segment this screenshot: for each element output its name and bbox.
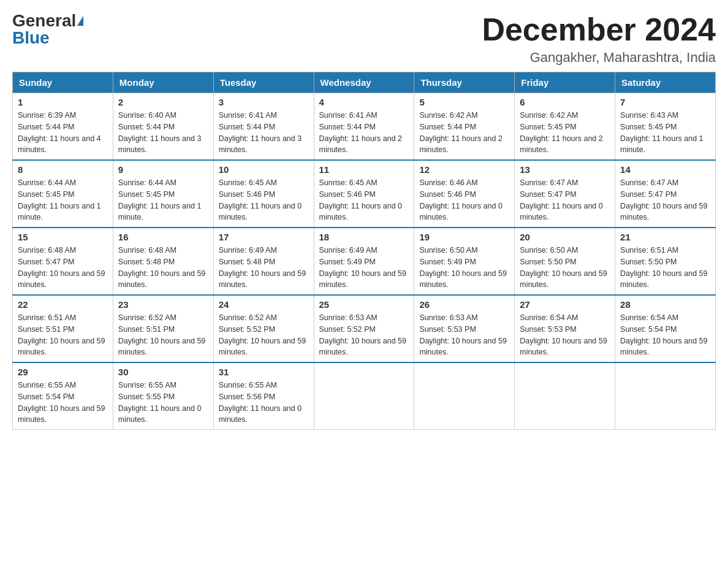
day-info: Sunrise: 6:49 AMSunset: 5:49 PMDaylight:… [319,246,406,289]
table-row: 12 Sunrise: 6:46 AMSunset: 5:46 PMDaylig… [414,160,515,228]
table-row: 11 Sunrise: 6:45 AMSunset: 5:46 PMDaylig… [314,160,414,228]
table-row [314,362,414,430]
table-row: 10 Sunrise: 6:45 AMSunset: 5:46 PMDaylig… [213,160,314,228]
day-info: Sunrise: 6:50 AMSunset: 5:49 PMDaylight:… [419,246,506,289]
day-number: 1 [18,97,108,107]
day-info: Sunrise: 6:48 AMSunset: 5:47 PMDaylight:… [18,246,105,289]
table-row: 25 Sunrise: 6:53 AMSunset: 5:52 PMDaylig… [314,295,414,362]
day-number: 23 [118,299,208,310]
table-row: 6 Sunrise: 6:42 AMSunset: 5:45 PMDayligh… [515,93,615,161]
day-info: Sunrise: 6:46 AMSunset: 5:46 PMDaylight:… [419,178,502,221]
table-row: 17 Sunrise: 6:49 AMSunset: 5:48 PMDaylig… [213,228,314,295]
day-info: Sunrise: 6:53 AMSunset: 5:52 PMDaylight:… [319,313,406,356]
col-monday: Monday [113,72,213,93]
table-row: 20 Sunrise: 6:50 AMSunset: 5:50 PMDaylig… [515,228,615,295]
calendar-table: Sunday Monday Tuesday Wednesday Thursday… [12,72,716,430]
table-row: 31 Sunrise: 6:55 AMSunset: 5:56 PMDaylig… [213,362,314,430]
table-row: 19 Sunrise: 6:50 AMSunset: 5:49 PMDaylig… [414,228,515,295]
table-row: 4 Sunrise: 6:41 AMSunset: 5:44 PMDayligh… [314,93,414,161]
day-info: Sunrise: 6:54 AMSunset: 5:53 PMDaylight:… [520,313,607,356]
day-number: 20 [520,232,610,242]
day-number: 15 [18,232,108,242]
day-number: 29 [18,367,108,377]
page-header: General Blue December 2024 Gangakher, Ma… [12,12,716,66]
table-row: 5 Sunrise: 6:42 AMSunset: 5:44 PMDayligh… [414,93,515,161]
day-info: Sunrise: 6:49 AMSunset: 5:48 PMDaylight:… [219,246,306,289]
day-info: Sunrise: 6:52 AMSunset: 5:51 PMDaylight:… [118,313,205,356]
day-number: 7 [620,97,710,107]
table-row [414,362,515,430]
day-info: Sunrise: 6:47 AMSunset: 5:47 PMDaylight:… [520,178,603,221]
table-row: 9 Sunrise: 6:44 AMSunset: 5:45 PMDayligh… [113,160,213,228]
day-info: Sunrise: 6:51 AMSunset: 5:51 PMDaylight:… [18,313,105,356]
day-info: Sunrise: 6:43 AMSunset: 5:45 PMDaylight:… [620,111,703,154]
table-row: 14 Sunrise: 6:47 AMSunset: 5:47 PMDaylig… [615,160,716,228]
day-number: 10 [219,164,309,175]
table-row [615,362,716,430]
table-row: 29 Sunrise: 6:55 AMSunset: 5:54 PMDaylig… [13,362,113,430]
day-info: Sunrise: 6:44 AMSunset: 5:45 PMDaylight:… [18,178,101,221]
day-number: 30 [118,367,208,377]
day-info: Sunrise: 6:40 AMSunset: 5:44 PMDaylight:… [118,111,202,154]
day-number: 9 [118,164,208,175]
day-number: 6 [520,97,610,107]
table-row: 30 Sunrise: 6:55 AMSunset: 5:55 PMDaylig… [113,362,213,430]
day-number: 27 [520,299,610,310]
day-number: 2 [118,97,208,107]
day-info: Sunrise: 6:54 AMSunset: 5:54 PMDaylight:… [620,313,707,356]
day-info: Sunrise: 6:50 AMSunset: 5:50 PMDaylight:… [520,246,607,289]
logo: General Blue [12,12,83,47]
day-info: Sunrise: 6:48 AMSunset: 5:48 PMDaylight:… [118,246,205,289]
table-row: 13 Sunrise: 6:47 AMSunset: 5:47 PMDaylig… [515,160,615,228]
day-number: 11 [319,164,409,175]
day-number: 5 [419,97,509,107]
day-number: 18 [319,232,409,242]
day-number: 25 [319,299,409,310]
day-number: 3 [219,97,309,107]
col-thursday: Thursday [414,72,515,93]
col-tuesday: Tuesday [213,72,314,93]
table-row: 28 Sunrise: 6:54 AMSunset: 5:54 PMDaylig… [615,295,716,362]
table-row: 16 Sunrise: 6:48 AMSunset: 5:48 PMDaylig… [113,228,213,295]
logo-general-text: General [12,12,76,29]
day-info: Sunrise: 6:52 AMSunset: 5:52 PMDaylight:… [219,313,306,356]
day-number: 4 [319,97,409,107]
table-row: 2 Sunrise: 6:40 AMSunset: 5:44 PMDayligh… [113,93,213,161]
day-number: 17 [219,232,309,242]
day-info: Sunrise: 6:45 AMSunset: 5:46 PMDaylight:… [219,178,302,221]
table-row: 1 Sunrise: 6:39 AMSunset: 5:44 PMDayligh… [13,93,113,161]
day-number: 24 [219,299,309,310]
day-number: 14 [620,164,710,175]
day-info: Sunrise: 6:53 AMSunset: 5:53 PMDaylight:… [419,313,506,356]
table-row: 27 Sunrise: 6:54 AMSunset: 5:53 PMDaylig… [515,295,615,362]
location-subtitle: Gangakher, Maharashtra, India [482,50,716,66]
day-number: 28 [620,299,710,310]
table-row: 7 Sunrise: 6:43 AMSunset: 5:45 PMDayligh… [615,93,716,161]
day-info: Sunrise: 6:39 AMSunset: 5:44 PMDaylight:… [18,111,101,154]
day-info: Sunrise: 6:42 AMSunset: 5:44 PMDaylight:… [419,111,502,154]
day-info: Sunrise: 6:55 AMSunset: 5:54 PMDaylight:… [18,381,105,424]
day-info: Sunrise: 6:47 AMSunset: 5:47 PMDaylight:… [620,178,707,221]
day-info: Sunrise: 6:42 AMSunset: 5:45 PMDaylight:… [520,111,603,154]
day-info: Sunrise: 6:51 AMSunset: 5:50 PMDaylight:… [620,246,707,289]
day-info: Sunrise: 6:44 AMSunset: 5:45 PMDaylight:… [118,178,202,221]
day-number: 8 [18,164,108,175]
col-saturday: Saturday [615,72,716,93]
table-row: 21 Sunrise: 6:51 AMSunset: 5:50 PMDaylig… [615,228,716,295]
calendar-header-row: Sunday Monday Tuesday Wednesday Thursday… [13,72,716,93]
day-info: Sunrise: 6:45 AMSunset: 5:46 PMDaylight:… [319,178,403,221]
table-row [515,362,615,430]
day-number: 13 [520,164,610,175]
table-row: 24 Sunrise: 6:52 AMSunset: 5:52 PMDaylig… [213,295,314,362]
day-number: 19 [419,232,509,242]
table-row: 3 Sunrise: 6:41 AMSunset: 5:44 PMDayligh… [213,93,314,161]
day-info: Sunrise: 6:55 AMSunset: 5:55 PMDaylight:… [118,381,202,424]
logo-blue-text: Blue [12,29,50,47]
day-number: 12 [419,164,509,175]
day-info: Sunrise: 6:41 AMSunset: 5:44 PMDaylight:… [219,111,302,154]
table-row: 15 Sunrise: 6:48 AMSunset: 5:47 PMDaylig… [13,228,113,295]
day-number: 16 [118,232,208,242]
month-year-title: December 2024 [482,12,716,47]
table-row: 8 Sunrise: 6:44 AMSunset: 5:45 PMDayligh… [13,160,113,228]
table-row: 18 Sunrise: 6:49 AMSunset: 5:49 PMDaylig… [314,228,414,295]
